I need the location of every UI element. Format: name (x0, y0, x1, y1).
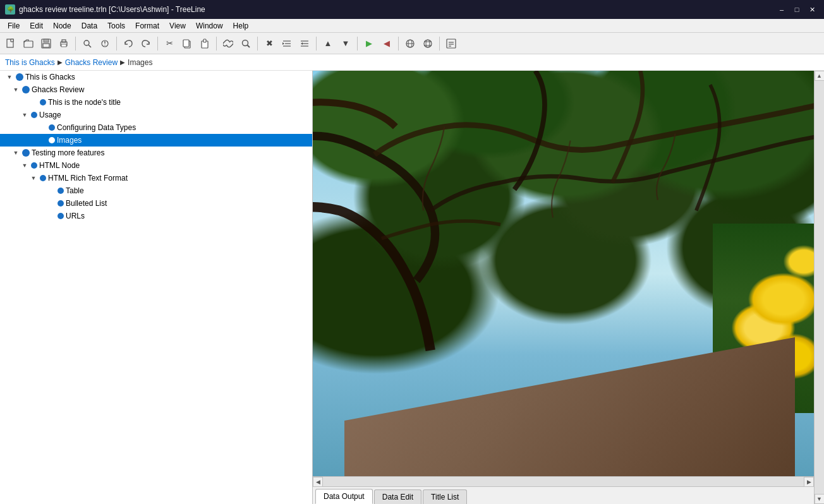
toggle-4[interactable]: ▼ (20, 111, 29, 119)
tree-node-1[interactable]: ▼ This is Ghacks (0, 71, 312, 83)
tree-node-11[interactable]: Bulleted List (0, 197, 312, 210)
v-scroll-down[interactable]: ▼ (815, 494, 825, 504)
minimize-button[interactable]: – (775, 3, 789, 16)
v-scrollbar[interactable]: ▲ ▼ (814, 71, 824, 504)
h-scrollbar[interactable]: ◀ ▶ (313, 476, 814, 486)
undo-button[interactable] (120, 35, 136, 52)
info-button[interactable] (443, 35, 459, 52)
menu-window[interactable]: Window (191, 20, 228, 32)
dot-6 (49, 137, 55, 143)
find-button[interactable] (79, 35, 95, 52)
tree-node-5[interactable]: Configuring Data Types (0, 121, 312, 134)
indent-button[interactable] (279, 35, 295, 52)
menu-bar: File Edit Node Data Tools Format View Wi… (0, 19, 824, 33)
tree-node-9[interactable]: ▼ HTML Rich Text Format (0, 172, 312, 184)
photo-bg (313, 71, 814, 476)
tab-bar: Data Output Data Edit Title List (313, 486, 814, 504)
cut-button[interactable]: ✂ (161, 35, 178, 52)
tree-node-8[interactable]: ▼ HTML Node (0, 159, 312, 172)
label-12: URLs (66, 212, 85, 220)
tree-node-10[interactable]: Table (0, 184, 312, 197)
globe2-button[interactable] (420, 35, 436, 52)
svg-rect-3 (24, 41, 33, 47)
tab-data-output[interactable]: Data Output (315, 489, 373, 504)
link-button[interactable] (220, 35, 236, 52)
toggle-3 (29, 98, 38, 107)
tab-data-edit[interactable]: Data Edit (374, 489, 421, 504)
play-button[interactable]: ▶ (361, 35, 377, 52)
h-scroll-right[interactable]: ▶ (804, 477, 814, 487)
breadcrumb: This is Ghacks ▶ Ghacks Review ▶ Images (0, 54, 824, 71)
h-scroll-left[interactable]: ◀ (313, 477, 323, 487)
menu-help[interactable]: Help (228, 20, 254, 32)
tree-node-4[interactable]: ▼ Usage (0, 109, 312, 121)
new-button[interactable] (3, 35, 19, 52)
open-button[interactable] (20, 35, 37, 52)
svg-point-14 (104, 44, 105, 45)
dot-5 (49, 124, 55, 131)
down-button[interactable]: ▼ (337, 35, 354, 52)
toggle-10 (47, 186, 56, 195)
menu-edit[interactable]: Edit (25, 20, 48, 32)
menu-node[interactable]: Node (48, 20, 76, 32)
menu-data[interactable]: Data (76, 20, 102, 32)
app-icon: 🌳 (5, 4, 15, 15)
toggle-11 (47, 199, 56, 208)
close-button[interactable]: ✕ (805, 3, 819, 16)
menu-view[interactable]: View (164, 20, 191, 32)
breadcrumb-sep-2: ▶ (120, 59, 125, 66)
back-button[interactable]: ◀ (379, 35, 395, 52)
content-inner: ◀ ▶ Data Output Data Edit Title List ▲ ▼ (313, 71, 824, 504)
breadcrumb-item-3: Images (128, 58, 152, 67)
tree-node-7[interactable]: ▼ Testing more features (0, 147, 312, 159)
redo-button[interactable] (138, 35, 154, 52)
v-scroll-up[interactable]: ▲ (815, 71, 825, 81)
content-panel: ◀ ▶ Data Output Data Edit Title List ▲ ▼ (313, 71, 824, 504)
up-button[interactable]: ▲ (320, 35, 336, 52)
title-bar: 🌳 ghacks review treeline.trln [C:\Users\… (0, 0, 824, 19)
toggle-8[interactable]: ▼ (20, 161, 29, 170)
breadcrumb-sep-1: ▶ (58, 59, 63, 66)
toggle-7[interactable]: ▼ (11, 148, 20, 157)
bookmark-button[interactable]: ✖ (261, 35, 277, 52)
svg-rect-6 (43, 44, 49, 47)
label-5: Configuring Data Types (57, 123, 136, 132)
toggle-1[interactable]: ▼ (5, 73, 14, 81)
label-1: This is Ghacks (25, 73, 75, 81)
paste-button[interactable] (197, 35, 213, 52)
breadcrumb-item-1[interactable]: This is Ghacks (5, 58, 55, 67)
tree-node-2[interactable]: ▼ Ghacks Review (0, 83, 312, 96)
sep9 (439, 37, 440, 51)
globe1-button[interactable] (402, 35, 418, 52)
tab-title-list[interactable]: Title List (423, 489, 467, 504)
photo-container (313, 71, 814, 476)
search2-button[interactable] (238, 35, 254, 52)
label-8: HTML Node (39, 161, 80, 170)
save-button[interactable] (38, 35, 54, 52)
toggle-9[interactable]: ▼ (29, 174, 38, 183)
copy-button[interactable] (179, 35, 195, 52)
toggle-2[interactable]: ▼ (11, 85, 20, 94)
menu-tools[interactable]: Tools (102, 20, 130, 32)
dot-3 (40, 99, 46, 105)
label-10: Table (66, 186, 84, 195)
menu-file[interactable]: File (3, 20, 25, 32)
outdent-button[interactable] (296, 35, 313, 52)
breadcrumb-item-2[interactable]: Ghacks Review (65, 58, 118, 67)
tree-node-12[interactable]: URLs (0, 210, 312, 222)
label-9: HTML Rich Text Format (48, 174, 128, 183)
maximize-button[interactable]: □ (790, 3, 804, 16)
something-button[interactable] (97, 35, 113, 52)
menu-format[interactable]: Format (130, 20, 164, 32)
content-main: ◀ ▶ Data Output Data Edit Title List (313, 71, 814, 504)
main-area: ▼ This is Ghacks ▼ Ghacks Review This is… (0, 71, 824, 504)
content-scroll[interactable] (313, 71, 814, 476)
tree-node-6[interactable]: Images (0, 134, 312, 147)
tree-node-3[interactable]: This is the node's title (0, 96, 312, 109)
print-button[interactable] (56, 35, 72, 52)
dot-9 (40, 175, 46, 181)
tree-panel: ▼ This is Ghacks ▼ Ghacks Review This is… (0, 71, 313, 504)
svg-rect-5 (44, 39, 49, 42)
svg-rect-8 (61, 44, 66, 47)
toggle-12 (47, 212, 56, 220)
